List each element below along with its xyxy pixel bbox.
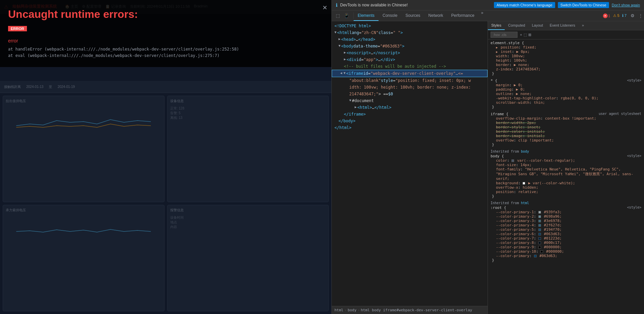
css-prop-overflow-x[interactable]: overflow-x: hidden;	[491, 185, 641, 190]
css-prop-color-primary[interactable]: --color-primary: #063d63;	[491, 254, 641, 258]
switch-devtools-button[interactable]: Switch DevTools to Chinese	[558, 2, 609, 8]
swatch-p3	[538, 220, 541, 222]
expand-head[interactable]: ▶	[338, 36, 341, 41]
css-prop-zindex[interactable]: z-index: 2147483647;	[491, 67, 641, 71]
css-prop-color-primary-9[interactable]: --color-primary-9: #000000;	[491, 245, 641, 249]
tab-elements[interactable]: Elements	[354, 10, 379, 21]
css-prop-border-color-strike[interactable]: border-color: initial;	[491, 129, 641, 134]
dont-show-button[interactable]: Don't show again	[612, 3, 640, 7]
html-line-inner-html[interactable]: ▶ <html> … </html>	[332, 104, 488, 111]
html-line-iframe-attr3[interactable]: 2147483647;" > == $0	[332, 91, 488, 97]
close-error-button[interactable]: ✕	[322, 4, 327, 11]
app-container: ⚠ 绘触网杂信装置检测系统 🏠 主页 ⚙ 配置管理 📋 记录查询 当前时间: 2…	[0, 0, 644, 314]
html-line-doctype[interactable]: <!DOCTYPE html>	[332, 23, 488, 29]
breadcrumb-body[interactable]: body	[348, 308, 357, 312]
subtab-event-listeners[interactable]: Event Listeners	[546, 21, 579, 30]
css-prop-overflow-clip2[interactable]: overflow: clip !important;	[491, 138, 641, 143]
css-prop-border-style-strike[interactable]: border-style: inset;	[491, 125, 641, 129]
styles-filter-input[interactable]	[491, 32, 517, 38]
expand-noscript[interactable]: ▶	[344, 50, 346, 55]
tab-sources[interactable]: Sources	[401, 10, 424, 21]
css-prop-scrollbar[interactable]: scrollbar-width: thin;	[491, 100, 641, 105]
html-line-iframe-attr2[interactable]: idth: 100vw; height: 100vh; border: none…	[332, 84, 488, 91]
devtools-more-icon[interactable]: ⋮	[637, 13, 644, 18]
css-rule-element-style: element.style { ▶ position: fixed; ▶ ins…	[491, 41, 641, 76]
css-prop-color-primary-10[interactable]: --color-primary-10: #000000;	[491, 249, 641, 254]
stack-line-1: at handleError (webpack-internal:///./no…	[8, 46, 323, 53]
css-prop-inset[interactable]: ▶ inset: ▶ 0px;	[491, 50, 641, 54]
notification-text: DevTools is now available in Chinese!	[340, 3, 491, 7]
subtab-more[interactable]: »	[579, 21, 587, 30]
devtools-settings-icon[interactable]: ⚙	[628, 13, 637, 18]
html-line-close-body[interactable]: </body>	[332, 118, 488, 124]
filter-toggle-icon[interactable]: ⊞	[528, 33, 531, 37]
mobile-tool-icon[interactable]: 📱	[343, 12, 351, 19]
match-language-button[interactable]: Always match Chrome's language	[494, 2, 555, 8]
html-line-div-app[interactable]: ▶ <div id="app" > … </div>	[332, 56, 488, 63]
css-prop-background[interactable]: background: ▶ var(--color-white);	[491, 181, 641, 185]
html-line-iframe[interactable]: ◀ ▼ <iframe id="webpack-dev-server-clien…	[332, 70, 488, 77]
css-prop-margin[interactable]: margin: ▶ 0;	[491, 83, 641, 87]
css-prop-position-body[interactable]: position: relative;	[491, 190, 641, 194]
css-prop-width[interactable]: width: 100vw;	[491, 54, 641, 58]
css-prop-color-primary-6[interactable]: --color-primary-6: #063d63;	[491, 232, 641, 236]
tab-performance[interactable]: Performance	[447, 10, 478, 21]
css-prop-padding[interactable]: padding: ▶ 0;	[491, 87, 641, 92]
css-prop-tap-highlight[interactable]: -webkit-tap-highlight-color: rgba(0, 0, …	[491, 96, 641, 100]
css-prop-color-primary-1[interactable]: --color-primary-1: #939fa3;	[491, 210, 641, 214]
error-label: error	[8, 38, 323, 43]
swatch-p9	[538, 246, 541, 249]
css-prop-border[interactable]: border: ▶ none;	[491, 63, 641, 67]
inherited-html-link[interactable]: html	[521, 201, 529, 205]
html-line-noscript[interactable]: ▶ <noscript> … </noscript>	[332, 50, 488, 56]
css-prop-color-primary-5[interactable]: --color-primary-5: #194f70;	[491, 227, 641, 232]
cursor-tool-icon[interactable]: ⬚	[334, 12, 341, 19]
subtab-layout[interactable]: Layout	[529, 21, 546, 30]
expand-document[interactable]: ▼	[349, 98, 351, 103]
more-tabs-button[interactable]: »	[478, 10, 486, 21]
html-line-close-iframe[interactable]: </iframe>	[332, 111, 488, 118]
html-line-comment[interactable]: <!-- built files will be auto injected -…	[332, 63, 488, 70]
css-prop-overflow-clip[interactable]: overflow-clip-margin: content-box !impor…	[491, 116, 641, 121]
filter-box-icon[interactable]: ⬚	[524, 33, 527, 37]
devtools-tool-icons: ⬚ 📱	[332, 12, 354, 19]
breadcrumb-html[interactable]: html	[334, 308, 344, 312]
css-prop-color-primary-4[interactable]: --color-primary-4: #2f627d;	[491, 223, 641, 227]
expand-iframe[interactable]: ▼	[344, 70, 346, 75]
tab-console[interactable]: Console	[379, 10, 401, 21]
css-prop-color-primary-8[interactable]: --color-primary-8: #000c17;	[491, 241, 641, 245]
css-prop-color-primary-3[interactable]: --color-primary-3: #3e6978;	[491, 219, 641, 223]
expand-div-app[interactable]: ▶	[344, 57, 346, 62]
css-prop-font-family[interactable]: font-family: "Helvetica Neue", Helvetica…	[491, 167, 641, 181]
css-prop-color-primary-7[interactable]: --color-primary-7: #01223d;	[491, 236, 641, 241]
breadcrumb-iframe[interactable]: html body iframe#webpack-dev-server-clie…	[361, 308, 472, 312]
css-prop-height[interactable]: height: 100vh;	[491, 58, 641, 63]
html-line-head[interactable]: ▶ <head> … </head>	[332, 36, 488, 43]
expand-body[interactable]: ▼	[338, 43, 341, 48]
styles-content: element.style { ▶ position: fixed; ▶ ins…	[488, 39, 644, 314]
expand-html[interactable]: ▼	[334, 30, 336, 35]
css-root-header: :root { <style>	[491, 206, 641, 210]
expand-inner-html[interactable]: ▶	[355, 104, 357, 109]
devtools-footer: html › body › html body iframe#webpack-d…	[332, 306, 488, 314]
html-line-close-html[interactable]: </html>	[332, 124, 488, 131]
css-prop-position[interactable]: ▶ position: fixed;	[491, 45, 641, 50]
tab-network[interactable]: Network	[424, 10, 447, 21]
subtab-styles[interactable]: Styles	[488, 21, 505, 30]
css-prop-border-width-strike[interactable]: border-width: 2px;	[491, 121, 641, 125]
subtab-computed[interactable]: Computed	[505, 21, 529, 30]
html-line-html[interactable]: ▼ <html lang="zh-CN" class=" " >	[332, 29, 488, 36]
css-prop-outline[interactable]: outline: ▶ none;	[491, 92, 641, 96]
html-line-iframe-attr[interactable]: "about:blank" style="position: fixed; in…	[332, 77, 488, 84]
css-prop-font-size[interactable]: font-size: 14px;	[491, 163, 641, 167]
css-prop-color[interactable]: color: var(--color-text-regular);	[491, 158, 641, 163]
devtools-toolbar: ⬚ 📱 Elements Console Sources Network Per…	[332, 10, 644, 21]
css-rule-iframe: iframe { user agent stylesheet overflow-…	[491, 112, 641, 147]
inherited-body-link[interactable]: body	[521, 150, 529, 153]
app-sub-nav: 接触线距离 2024-01-13 至 2024-01-19	[0, 81, 331, 93]
css-prop-border-image-strike[interactable]: border-image: initial;	[491, 134, 641, 138]
html-line-document[interactable]: ▼ #document	[332, 97, 488, 104]
css-prop-color-primary-2[interactable]: --color-primary-2: #698a96;	[491, 214, 641, 219]
filter-plus-icon[interactable]: +	[520, 33, 522, 37]
html-line-body[interactable]: ▼ <body data-theme="#063d63" >	[332, 43, 488, 50]
